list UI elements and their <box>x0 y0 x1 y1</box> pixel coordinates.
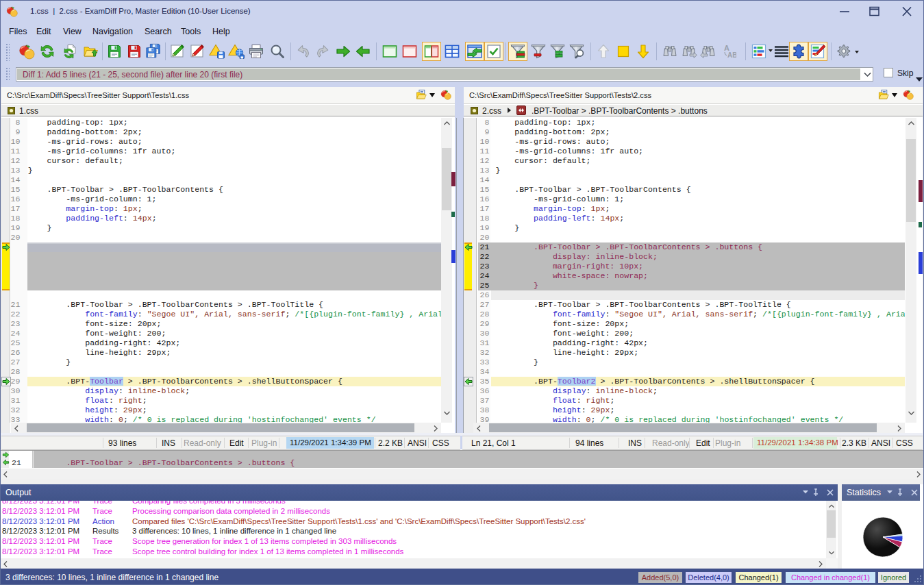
svg-text:AB: AB <box>727 51 736 59</box>
